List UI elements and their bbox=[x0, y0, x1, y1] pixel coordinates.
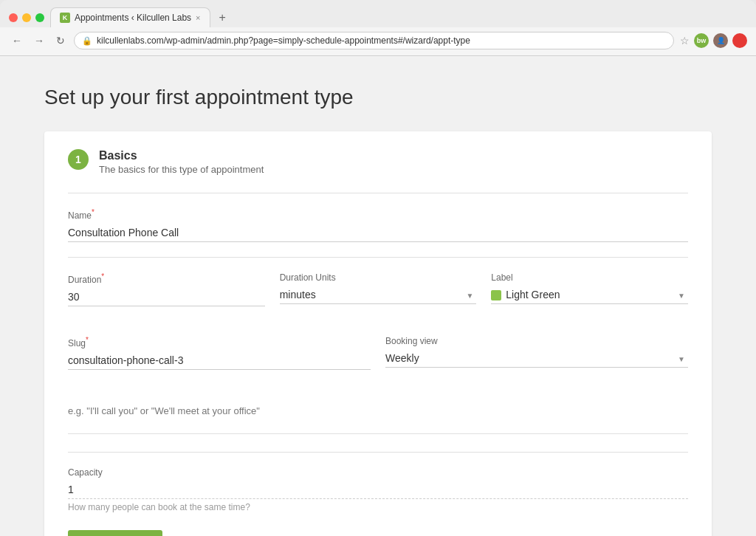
booking-view-select-wrapper: Weekly ▼ bbox=[385, 349, 688, 368]
slug-row: Slug* Booking view Weekly ▼ bbox=[68, 336, 688, 385]
label-label: Label bbox=[491, 272, 688, 283]
section-header: 1 Basics The basics for this type of app… bbox=[68, 149, 688, 175]
profile-avatar[interactable]: 👤 bbox=[713, 33, 728, 48]
duration-units-select-wrapper: minutes ▼ bbox=[280, 286, 477, 304]
bookmark-icon[interactable]: ☆ bbox=[680, 35, 690, 47]
new-tab-button[interactable]: + bbox=[213, 8, 232, 27]
name-field: Name* bbox=[68, 208, 688, 242]
label-select[interactable]: Light Green bbox=[491, 286, 688, 304]
tab-label: Appointments ‹ Kilcullen Labs bbox=[75, 13, 191, 23]
divider-2 bbox=[68, 257, 688, 258]
page-title: Set up your first appointment type bbox=[44, 86, 712, 109]
close-button[interactable] bbox=[9, 13, 18, 22]
divider bbox=[68, 193, 688, 193]
back-button[interactable]: ← bbox=[9, 33, 25, 48]
capacity-input[interactable] bbox=[68, 481, 688, 499]
duration-field: Duration* bbox=[68, 272, 265, 306]
duration-units-select[interactable]: minutes bbox=[280, 286, 477, 304]
booking-view-label: Booking view bbox=[385, 336, 688, 346]
color-swatch bbox=[491, 290, 501, 300]
address-bar-row: ← → ↻ 🔒 kilcullenlabs.com/wp-admin/admin… bbox=[0, 27, 756, 56]
name-label: Name* bbox=[68, 208, 688, 221]
duration-label: Duration* bbox=[68, 272, 265, 285]
traffic-lights bbox=[9, 13, 44, 22]
form-card: 1 Basics The basics for this type of app… bbox=[44, 131, 712, 536]
booking-view-field: Booking view Weekly ▼ bbox=[385, 336, 688, 370]
duration-units-field: Duration Units minutes ▼ bbox=[280, 272, 477, 306]
step-badge: 1 bbox=[68, 149, 89, 170]
duration-row: Duration* Duration Units minutes ▼ Label… bbox=[68, 272, 688, 321]
capacity-section: Capacity How many people can book at the… bbox=[68, 467, 688, 512]
tab-favicon: K bbox=[60, 13, 70, 23]
divider-3 bbox=[68, 452, 688, 453]
tabs-bar: K Appointments ‹ Kilcullen Labs × + bbox=[50, 7, 747, 27]
forward-button[interactable]: → bbox=[31, 33, 47, 48]
reload-button[interactable]: ↻ bbox=[53, 33, 68, 48]
name-input[interactable] bbox=[68, 224, 688, 242]
description-field bbox=[68, 399, 688, 437]
browser-chrome: K Appointments ‹ Kilcullen Labs × + ← → … bbox=[0, 0, 756, 56]
minimize-button[interactable] bbox=[22, 13, 31, 22]
maximize-button[interactable] bbox=[35, 13, 44, 22]
description-input[interactable] bbox=[68, 399, 688, 434]
booking-view-select[interactable]: Weekly bbox=[385, 349, 688, 368]
duration-units-label: Duration Units bbox=[280, 272, 477, 283]
address-right-controls: ☆ bw 👤 bbox=[680, 33, 747, 48]
section-title: Basics bbox=[99, 149, 264, 162]
section-title-block: Basics The basics for this type of appoi… bbox=[99, 149, 264, 175]
address-bar[interactable]: 🔒 kilcullenlabs.com/wp-admin/admin.php?p… bbox=[74, 32, 674, 49]
address-text: kilcullenlabs.com/wp-admin/admin.php?pag… bbox=[97, 35, 666, 46]
extension-avatar-1[interactable]: bw bbox=[694, 33, 709, 48]
slug-field: Slug* bbox=[68, 336, 371, 370]
capacity-hint: How many people can book at the same tim… bbox=[68, 502, 688, 512]
duration-input[interactable] bbox=[68, 288, 265, 306]
capacity-label: Capacity bbox=[68, 467, 688, 478]
label-select-wrapper: Light Green ▼ bbox=[491, 286, 688, 304]
slug-input[interactable] bbox=[68, 351, 371, 370]
page-content: Set up your first appointment type 1 Bas… bbox=[0, 56, 756, 536]
section-subtitle: The basics for this type of appointment bbox=[99, 164, 264, 175]
extension-avatar-red[interactable] bbox=[732, 33, 747, 48]
titlebar: K Appointments ‹ Kilcullen Labs × + bbox=[0, 0, 756, 27]
label-field: Label Light Green ▼ bbox=[491, 272, 688, 306]
tab-close-icon[interactable]: × bbox=[196, 14, 200, 22]
lock-icon: 🔒 bbox=[82, 36, 92, 46]
slug-label: Slug* bbox=[68, 336, 371, 348]
continue-button[interactable]: CONTINUE bbox=[68, 530, 162, 536]
active-tab[interactable]: K Appointments ‹ Kilcullen Labs × bbox=[50, 7, 210, 27]
